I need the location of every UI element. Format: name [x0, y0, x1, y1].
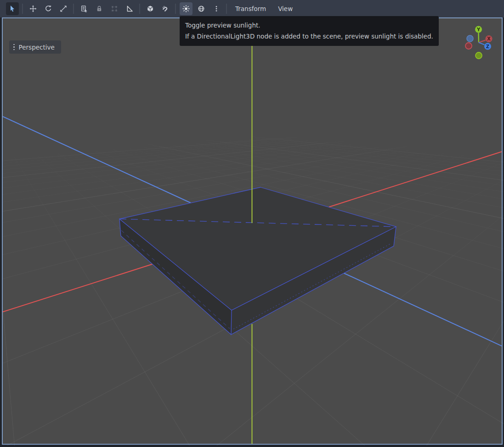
select-mode-button[interactable]: [6, 2, 19, 15]
group-icon: [111, 5, 118, 12]
local-space-toggle[interactable]: [144, 2, 157, 15]
gizmo-neg-x-ball[interactable]: [465, 43, 472, 49]
gizmo-neg-y-ball[interactable]: [476, 52, 482, 59]
box-mesh[interactable]: [119, 187, 396, 335]
viewport-3d[interactable]: Perspective Y X Z: [2, 17, 503, 445]
toolbar-separator: [22, 4, 23, 14]
group-node-button[interactable]: [108, 2, 121, 15]
select-list-icon: [80, 5, 88, 12]
kebab-menu-icon: [13, 44, 15, 50]
spatial-editor-toolbar: Transform View: [0, 0, 504, 17]
toolbar-separator: [175, 4, 176, 14]
x-axis-line: [3, 262, 160, 312]
gizmo-axis-lines: [479, 33, 486, 45]
view-label: Perspective: [19, 44, 55, 51]
sun-icon: [182, 5, 190, 12]
selectable-nodes-list-button[interactable]: [78, 2, 91, 15]
rotate-mode-button[interactable]: [42, 2, 55, 15]
gizmo-y-label: Y: [476, 27, 481, 32]
sunlight-tooltip: Toggle preview sunlight. If a Directiona…: [180, 16, 439, 46]
view-menu[interactable]: View: [272, 2, 299, 15]
gizmo-neg-z-ball[interactable]: [467, 35, 473, 42]
z-axis-line: [344, 273, 502, 346]
view-perspective-menu[interactable]: Perspective: [9, 40, 61, 54]
move-mode-button[interactable]: [27, 2, 40, 15]
x-axis-line: [329, 152, 502, 207]
scale-icon: [60, 5, 67, 12]
kebab-menu-icon: [213, 5, 220, 12]
snap-toggle[interactable]: [159, 2, 172, 15]
gizmo-z-label: Z: [486, 44, 489, 49]
preview-sunlight-toggle[interactable]: [180, 2, 193, 15]
rotate-icon: [45, 5, 52, 12]
ruler-icon: [126, 5, 133, 12]
magnet-icon: [162, 5, 169, 12]
toolbar-separator: [139, 4, 140, 14]
globe-icon: [198, 5, 205, 12]
preview-environment-toggle[interactable]: [195, 2, 208, 15]
godot-3d-editor: Transform View: [0, 0, 504, 447]
tooltip-line-1: Toggle preview sunlight.: [185, 20, 433, 31]
scene-svg: [3, 18, 504, 446]
select-cursor-icon: [9, 5, 16, 12]
view-axes-gizmo[interactable]: Y X Z: [459, 22, 501, 63]
ruler-mode-button[interactable]: [123, 2, 136, 15]
sun-environment-options-button[interactable]: [210, 2, 223, 15]
toolbar-separator: [73, 4, 74, 14]
z-axis-line: [3, 117, 191, 203]
lock-icon: [96, 5, 103, 12]
gizmo-x-label: X: [487, 36, 491, 41]
transform-menu[interactable]: Transform: [229, 2, 272, 15]
tooltip-line-2: If a DirectionalLight3D node is added to…: [185, 31, 433, 42]
toolbar-separator: [226, 4, 227, 14]
lock-node-button[interactable]: [93, 2, 106, 15]
scale-mode-button[interactable]: [57, 2, 70, 15]
move-icon: [29, 5, 37, 12]
cube-icon: [147, 5, 154, 12]
